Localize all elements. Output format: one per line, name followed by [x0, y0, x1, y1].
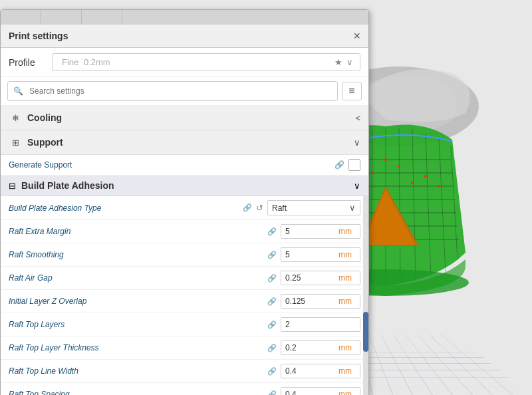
- link-icon-6[interactable]: 🔗: [267, 344, 277, 352]
- link-icon-5[interactable]: 🔗: [267, 321, 277, 329]
- generate-support-link-icon: 🔗: [334, 160, 344, 170]
- setting-unit-2: mm: [334, 248, 356, 261]
- search-container: 🔍: [7, 81, 338, 101]
- setting-row-8: Raft Top Spacing🔗mm: [1, 383, 368, 395]
- setting-unit-8: mm: [334, 388, 356, 395]
- setting-unit-7: mm: [334, 364, 356, 378]
- generate-support-checkbox[interactable]: [348, 159, 360, 171]
- scroll-thumb[interactable]: [363, 312, 368, 352]
- svg-point-11: [371, 172, 374, 174]
- reset-icon-0[interactable]: ↺: [256, 203, 263, 213]
- setting-input-container-8: mm: [281, 387, 360, 395]
- setting-unit-1: mm: [334, 225, 356, 238]
- hamburger-icon: ≡: [348, 85, 354, 97]
- setting-row-7: Raft Top Line Width🔗mm: [1, 360, 368, 383]
- setting-unit-6: mm: [334, 341, 356, 354]
- setting-row-6: Raft Top Layer Thickness🔗mm: [1, 336, 368, 360]
- setting-input-container-1: mm: [281, 224, 360, 239]
- profile-select[interactable]: Fine 0.2mm ★ ∨: [52, 53, 360, 71]
- search-row: 🔍 ≡: [1, 77, 368, 106]
- cooling-section-header[interactable]: ❄ Cooling <: [1, 106, 368, 130]
- link-icon-1[interactable]: 🔗: [267, 227, 277, 236]
- adhesion-label: Build Plate Adhesion: [21, 180, 348, 191]
- menu-button[interactable]: ≡: [342, 82, 362, 100]
- adhesion-chevron: ∨: [354, 181, 360, 191]
- settings-panel: Print settings × Profile Fine 0.2mm ★ ∨ …: [0, 9, 369, 395]
- setting-input-6[interactable]: [281, 341, 334, 354]
- setting-row-5: Raft Top Layers🔗: [1, 313, 368, 336]
- setting-label-6: Raft Top Layer Thickness: [9, 343, 267, 352]
- cooling-icon: ❄: [9, 111, 22, 124]
- setting-dropdown-0[interactable]: Raft∨: [267, 200, 360, 215]
- setting-input-2[interactable]: [281, 248, 334, 261]
- cooling-label: Cooling: [27, 112, 350, 123]
- star-icon[interactable]: ★: [334, 57, 342, 67]
- setting-input-8[interactable]: [281, 388, 334, 395]
- setting-input-4[interactable]: [281, 295, 334, 308]
- link-icon-4[interactable]: 🔗: [267, 297, 277, 306]
- setting-input-container-4: mm: [281, 294, 360, 309]
- tabs-row: [1, 10, 368, 25]
- close-button[interactable]: ×: [353, 30, 360, 42]
- tab-1[interactable]: [1, 10, 41, 25]
- svg-point-12: [398, 165, 400, 168]
- setting-input-container-2: mm: [281, 247, 360, 262]
- generate-support-label: Generate Support: [9, 160, 334, 170]
- setting-row-1: Raft Extra Margin🔗mm: [1, 220, 368, 243]
- link-icon-3[interactable]: 🔗: [267, 274, 277, 283]
- link-icon-8[interactable]: 🔗: [267, 390, 277, 396]
- setting-unit-3: mm: [334, 271, 356, 285]
- build-plate-adhesion-header[interactable]: ⊟ Build Plate Adhesion ∨: [1, 176, 368, 196]
- panel-header: Print settings ×: [1, 25, 368, 48]
- setting-unit-4: mm: [334, 295, 356, 308]
- setting-label-7: Raft Top Line Width: [9, 366, 267, 376]
- panel-title: Print settings: [9, 31, 68, 41]
- dropdown-chevron-0: ∨: [349, 203, 356, 213]
- settings-list-container: Build Plate Adhesion Type🔗↺Raft∨Raft Ext…: [1, 196, 368, 395]
- setting-input-1[interactable]: [281, 225, 334, 238]
- tab-2[interactable]: [41, 10, 82, 25]
- setting-label-8: Raft Top Spacing: [9, 390, 267, 395]
- search-input[interactable]: [27, 85, 332, 97]
- adhesion-icon: ⊟: [9, 181, 16, 191]
- svg-point-17: [438, 185, 440, 188]
- svg-point-13: [424, 175, 427, 178]
- svg-point-16: [384, 158, 387, 161]
- setting-input-3[interactable]: [281, 271, 334, 285]
- chevron-down-icon[interactable]: ∨: [346, 57, 353, 67]
- link-icon-7[interactable]: 🔗: [267, 367, 277, 376]
- profile-row: Profile Fine 0.2mm ★ ∨: [1, 48, 368, 77]
- setting-label-1: Raft Extra Margin: [9, 227, 267, 236]
- setting-label-3: Raft Air Gap: [9, 273, 267, 283]
- setting-input-5[interactable]: [281, 318, 334, 331]
- support-section-header[interactable]: ⊞ Support ∨: [1, 130, 368, 155]
- setting-label-0: Build Plate Adhesion Type: [9, 203, 243, 213]
- setting-row-4: Initial Layer Z Overlap🔗mm: [1, 290, 368, 313]
- support-label: Support: [27, 137, 348, 148]
- search-icon: 🔍: [13, 86, 23, 96]
- setting-row-3: Raft Air Gap🔗mm: [1, 267, 368, 290]
- settings-list: Build Plate Adhesion Type🔗↺Raft∨Raft Ext…: [1, 196, 368, 395]
- generate-support-row: Generate Support 🔗: [1, 155, 368, 176]
- tab-3[interactable]: [82, 10, 122, 25]
- setting-input-container-5: [281, 317, 360, 332]
- link-icon-0[interactable]: 🔗: [243, 203, 252, 212]
- setting-input-container-6: mm: [281, 340, 360, 355]
- setting-label-4: Initial Layer Z Overlap: [9, 297, 267, 306]
- setting-input-container-3: mm: [281, 271, 360, 285]
- profile-label: Profile: [9, 57, 45, 68]
- scrollbar[interactable]: [363, 196, 368, 395]
- support-chevron: ∨: [354, 138, 360, 148]
- setting-row-2: Raft Smoothing🔗mm: [1, 243, 368, 267]
- setting-label-5: Raft Top Layers: [9, 320, 267, 329]
- dropdown-value-0: Raft: [272, 203, 287, 213]
- profile-icons: ★ ∨: [334, 57, 353, 67]
- setting-input-container-7: mm: [281, 364, 360, 378]
- profile-value: Fine 0.2mm: [59, 57, 110, 67]
- svg-point-15: [411, 182, 414, 184]
- setting-label-2: Raft Smoothing: [9, 250, 267, 259]
- support-icon: ⊞: [9, 136, 22, 149]
- link-icon-2[interactable]: 🔗: [267, 251, 277, 259]
- setting-input-7[interactable]: [281, 364, 334, 378]
- setting-row-0: Build Plate Adhesion Type🔗↺Raft∨: [1, 196, 368, 220]
